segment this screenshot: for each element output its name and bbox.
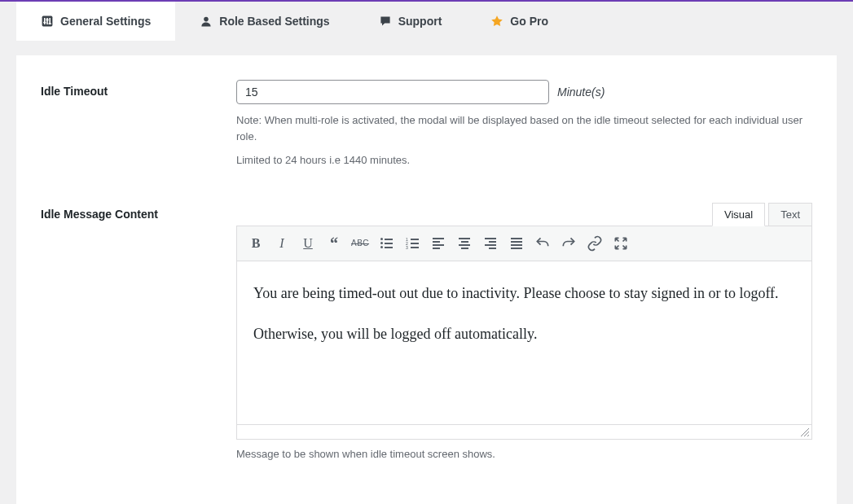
align-justify-button[interactable] xyxy=(504,231,529,256)
svg-rect-5 xyxy=(46,20,48,21)
tab-label: Role Based Settings xyxy=(219,15,329,28)
svg-point-7 xyxy=(204,17,209,22)
tab-label: General Settings xyxy=(60,15,151,28)
idle-timeout-unit: Minute(s) xyxy=(557,85,605,99)
align-left-button[interactable] xyxy=(426,231,451,256)
svg-rect-2 xyxy=(46,18,48,24)
sliders-icon xyxy=(41,15,54,28)
settings-tabs: General Settings Role Based Settings Sup… xyxy=(0,0,853,41)
strikethrough-button[interactable]: ABC xyxy=(348,231,372,256)
editor-toolbar: B I U “ ABC 123 xyxy=(237,226,811,261)
link-button[interactable] xyxy=(583,231,607,256)
numbered-list-button[interactable]: 123 xyxy=(400,231,424,256)
message-paragraph-2: Otherwise, you will be logged off automa… xyxy=(253,322,795,346)
editor-tab-text[interactable]: Text xyxy=(768,203,812,226)
fullscreen-button[interactable] xyxy=(609,231,633,256)
idle-timeout-input[interactable] xyxy=(236,80,549,104)
align-center-button[interactable] xyxy=(452,231,477,256)
idle-timeout-note-1: Note: When multi-role is activated, the … xyxy=(236,112,812,144)
idle-timeout-label: Idle Timeout xyxy=(41,80,236,98)
resize-handle-icon[interactable] xyxy=(800,427,810,437)
star-icon xyxy=(490,15,503,28)
redo-button[interactable] xyxy=(556,231,581,256)
align-right-button[interactable] xyxy=(478,231,503,256)
italic-button[interactable]: I xyxy=(270,231,294,256)
message-paragraph-1: You are being timed-out out due to inact… xyxy=(253,282,795,305)
tab-general-settings[interactable]: General Settings xyxy=(16,2,175,41)
bullet-list-button[interactable] xyxy=(374,231,398,256)
underline-button[interactable]: U xyxy=(296,231,320,256)
chat-icon xyxy=(379,15,392,28)
bold-button[interactable]: B xyxy=(244,231,268,256)
idle-message-label: Idle Message Content xyxy=(41,203,236,221)
idle-message-help: Message to be shown when idle timeout sc… xyxy=(236,448,812,460)
idle-timeout-note-2: Limited to 24 hours i.e 1440 minutes. xyxy=(236,152,812,169)
undo-button[interactable] xyxy=(530,231,555,256)
wysiwyg-editor: B I U “ ABC 123 xyxy=(236,226,812,440)
idle-message-row: Idle Message Content Visual Text B I U “… xyxy=(41,203,812,460)
editor-content-area[interactable]: You are being timed-out out due to inact… xyxy=(237,261,811,424)
tab-support[interactable]: Support xyxy=(354,2,467,41)
tab-label: Support xyxy=(398,15,442,28)
user-icon xyxy=(200,15,213,28)
tab-role-based-settings[interactable]: Role Based Settings xyxy=(175,2,354,41)
tab-go-pro[interactable]: Go Pro xyxy=(466,2,573,41)
editor-mode-tabs: Visual Text xyxy=(236,203,812,226)
tab-label: Go Pro xyxy=(510,15,548,28)
editor-tab-visual[interactable]: Visual xyxy=(712,203,765,226)
svg-rect-4 xyxy=(43,22,46,24)
settings-panel: Idle Timeout Minute(s) Note: When multi-… xyxy=(16,55,837,504)
svg-rect-6 xyxy=(49,23,51,24)
svg-rect-1 xyxy=(44,18,46,24)
idle-timeout-row: Idle Timeout Minute(s) Note: When multi-… xyxy=(41,80,812,169)
blockquote-button[interactable]: “ xyxy=(322,231,346,256)
editor-statusbar xyxy=(237,424,811,439)
